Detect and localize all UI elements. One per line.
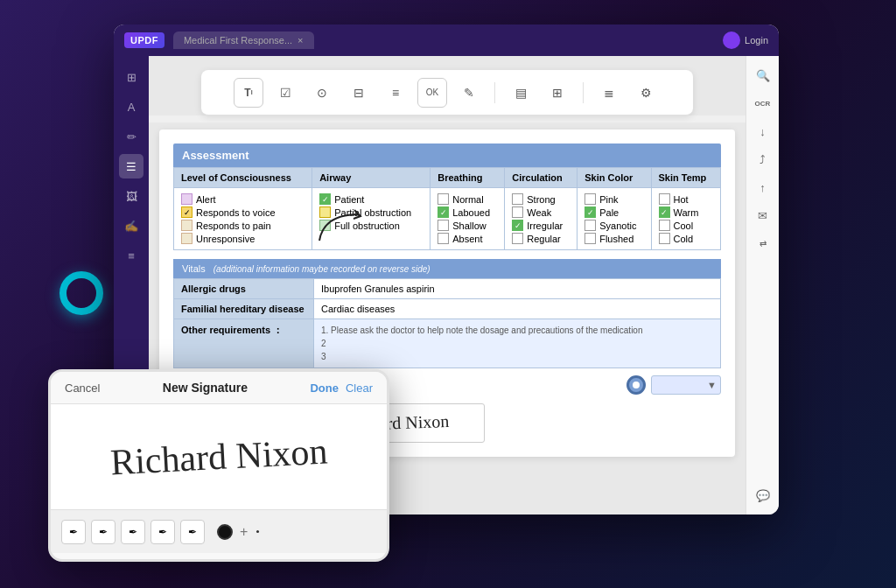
shallow-label: Shallow <box>452 220 486 231</box>
sidebar-form-icon[interactable]: ☰ <box>119 154 144 178</box>
pen-tool-1[interactable]: ✒ <box>61 520 86 544</box>
teal-decoration <box>60 271 103 315</box>
laboured-checkbox[interactable]: ✓ <box>438 206 449 218</box>
weak-checkbox[interactable] <box>512 206 523 218</box>
voice-checkbox[interactable]: ✓ <box>181 206 192 218</box>
unresponsive-checkbox[interactable] <box>181 233 192 244</box>
col-skin-color: Skin Color <box>578 168 651 188</box>
strong-checkbox[interactable] <box>512 193 523 205</box>
cancel-button[interactable]: Cancel <box>65 382 100 395</box>
skin-temp-cell: Hot ✓ Warm Cool <box>651 188 721 250</box>
assessment-table: Level of Consciousness Airway Breathing … <box>173 167 721 250</box>
login-button[interactable]: Login <box>723 32 768 49</box>
add-color-button[interactable]: + <box>240 524 248 540</box>
color-picker[interactable] <box>217 524 233 540</box>
normal-checkbox[interactable] <box>438 193 449 205</box>
breathing-cell: Normal ✓ Laboued Shallow <box>430 188 505 250</box>
familial-value[interactable]: Cardiac diseases <box>314 299 721 319</box>
shallow-checkbox[interactable] <box>438 220 449 231</box>
warm-checkbox[interactable]: ✓ <box>659 206 670 218</box>
cold-row: Cold <box>659 233 714 244</box>
warm-label: Warm <box>674 207 699 218</box>
pain-label: Responds to pain <box>196 220 271 231</box>
other-row: Other requirements ： 1. Please ask the d… <box>174 319 721 368</box>
sidebar-thumbnail-icon[interactable]: ⊞ <box>119 65 144 89</box>
regular-checkbox[interactable] <box>512 233 523 244</box>
sidebar-text-icon[interactable]: A <box>119 94 144 119</box>
pen-tool-2[interactable]: ✒ <box>91 520 116 544</box>
flushed-checkbox[interactable] <box>584 233 596 244</box>
pen-tool-5[interactable]: ✒ <box>180 520 205 544</box>
clear-button[interactable]: Clear <box>346 382 373 395</box>
pink-checkbox[interactable] <box>584 193 596 205</box>
cool-row: Cool <box>659 220 714 231</box>
partial-label: Partial obstruction <box>334 207 411 218</box>
checkbox-tool-btn[interactable]: ☑ <box>270 78 300 108</box>
partial-obs-row: Partial obstruction <box>319 206 423 218</box>
button-tool-btn[interactable]: OK <box>417 78 447 108</box>
pale-checkbox[interactable]: ✓ <box>584 206 596 218</box>
pain-checkbox[interactable] <box>181 220 192 231</box>
toolbar: TI ☑ ⊙ ⊟ ≡ OK ✎ ▤ ⊞ ≣ ⚙ <box>201 70 693 116</box>
weak-row: Weak <box>512 206 570 218</box>
convert-icon[interactable]: ⇄ <box>752 233 774 254</box>
done-button[interactable]: Done <box>310 382 339 395</box>
ocr-icon[interactable]: OCR <box>752 93 774 114</box>
field-tool-btn[interactable]: ▤ <box>506 78 536 108</box>
absent-label: Absent <box>452 234 482 244</box>
search-icon[interactable]: 🔍 <box>752 65 774 86</box>
share-icon[interactable]: ⤴ <box>752 149 774 170</box>
radio-tool-btn[interactable]: ⊙ <box>307 78 337 108</box>
partial-checkbox[interactable] <box>319 206 331 218</box>
radio-selector[interactable] <box>626 375 646 395</box>
col-consciousness: Level of Consciousness <box>174 168 312 188</box>
alert-checkbox[interactable] <box>181 193 192 205</box>
sign-tool-btn[interactable]: ✎ <box>454 78 484 108</box>
grid-tool-btn[interactable]: ⊞ <box>542 78 572 108</box>
sidebar-annotate-icon[interactable]: ✏ <box>119 124 144 149</box>
text-tool-btn[interactable]: TI <box>234 78 263 108</box>
divider-2 <box>583 82 584 103</box>
col-skin-temp: Skin Temp <box>651 168 721 188</box>
sidebar-sign-icon[interactable]: ✍ <box>119 214 144 238</box>
mobile-signature-canvas[interactable]: Richard Nixon <box>51 404 387 509</box>
pen-tool-3[interactable]: ✒ <box>121 520 145 544</box>
combo-tool-btn[interactable]: ⊟ <box>344 78 374 108</box>
settings-tool-btn[interactable]: ⚙ <box>631 78 661 108</box>
right-sidebar: 🔍 OCR ↓ ⤴ ↑ ✉ ⇄ 💬 <box>746 56 779 514</box>
allergic-value[interactable]: Ibuprofen Granules aspirin <box>314 279 721 299</box>
chat-icon[interactable]: 💬 <box>752 485 774 506</box>
laboured-row: ✓ Laboued <box>438 206 497 218</box>
hot-checkbox[interactable] <box>659 193 670 205</box>
cold-checkbox[interactable] <box>659 233 670 244</box>
upload-icon[interactable]: ↑ <box>752 177 774 198</box>
voice-row: ✓ Responds to voice <box>181 206 304 218</box>
vitals-subtitle: (additional information maybe recorded o… <box>214 264 430 274</box>
absent-checkbox[interactable] <box>438 233 449 244</box>
pen-tool-4[interactable]: ✒ <box>150 520 175 544</box>
align-tool-btn[interactable]: ≣ <box>594 78 624 108</box>
cool-checkbox[interactable] <box>659 220 670 231</box>
download-icon[interactable]: ↓ <box>752 121 774 142</box>
pink-row: Pink <box>584 193 643 205</box>
col-circulation: Circulation <box>505 168 578 188</box>
other-value[interactable]: 1. Please ask the doctor to help note th… <box>314 319 721 368</box>
sidebar-image-icon[interactable]: 🖼 <box>119 184 144 208</box>
syanotic-checkbox[interactable] <box>584 220 596 231</box>
irregular-checkbox[interactable]: ✓ <box>512 220 523 231</box>
property-dropdown[interactable]: ▼ <box>651 375 721 395</box>
patient-checkbox[interactable]: ✓ <box>319 193 331 205</box>
assessment-title: Assessment <box>182 149 249 162</box>
home-indicator <box>256 530 259 533</box>
title-tab[interactable]: Medical First Response... × <box>173 32 314 49</box>
email-icon[interactable]: ✉ <box>752 205 774 226</box>
list-tool-btn[interactable]: ≡ <box>381 78 410 108</box>
regular-row: Regular <box>512 233 570 244</box>
skin-color-cell: Pink ✓ Pale Syanotic <box>578 188 651 250</box>
full-checkbox[interactable] <box>319 220 331 231</box>
other-line-2: 2 <box>321 337 713 350</box>
alert-row: Alert <box>181 193 304 205</box>
close-tab-icon[interactable]: × <box>298 35 303 46</box>
sidebar-layers-icon[interactable]: ≡ <box>119 243 144 268</box>
vitals-section: Vitals (additional information maybe rec… <box>173 259 721 368</box>
